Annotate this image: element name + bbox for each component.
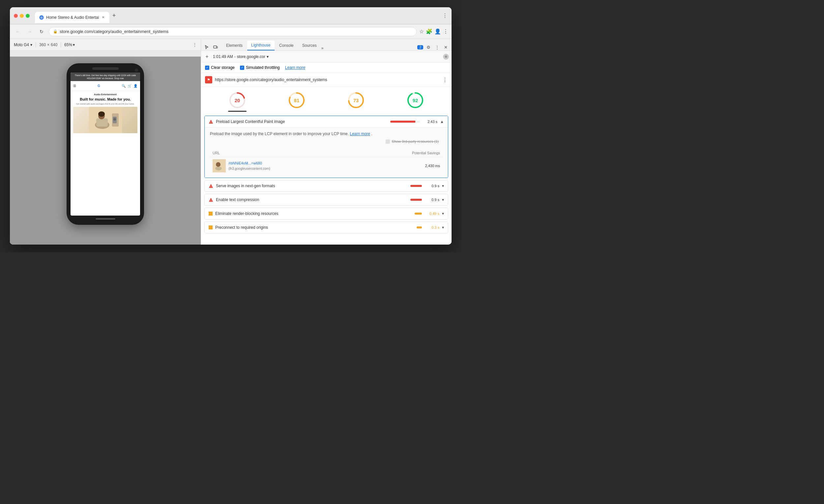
bookmark-icon[interactable]: ☆ (419, 28, 424, 34)
tab-sources[interactable]: Sources (298, 40, 321, 51)
tab-elements[interactable]: Elements (222, 40, 246, 51)
chrome-menu-icon[interactable]: ⋮ (442, 13, 447, 18)
zoom-selector[interactable]: 65% ▾ (64, 42, 75, 47)
show-3rd-party-checkbox[interactable] (386, 139, 390, 144)
devtools-left-icons (204, 44, 219, 51)
session-time: 1:01:49 AM (213, 55, 233, 59)
mobile-preview-panel: Moto G4 ▾ 360 × 640 65% ▾ ⋮ (10, 39, 201, 244)
lighthouse-toolbar: + 1:01:49 AM - store.google.cor ▾ ⊗ (201, 51, 451, 63)
device-selector[interactable]: Moto G4 ▾ (14, 42, 32, 47)
svg-text:!: ! (211, 185, 212, 188)
audit-collapse-icon[interactable]: ▾ (442, 184, 444, 188)
minimize-button[interactable] (20, 14, 24, 18)
zoom-chevron-icon: ▾ (73, 42, 75, 47)
phone-google-logo: G (96, 83, 102, 88)
phone-account-icon: 👤 (133, 84, 137, 88)
phone-mockup: There's still time. Get free two-day shi… (67, 63, 144, 225)
phone-camera (135, 69, 138, 72)
score-circles: 20 81 (201, 87, 451, 114)
title-bar: G Home Stereo & Audio Entertain... ✕ + ⋮ (10, 7, 451, 24)
svg-rect-10 (214, 46, 217, 48)
audit-expand-icon[interactable]: ▲ (440, 119, 444, 124)
audit-header-preconnect[interactable]: Preconnect to required origins 0.3 s ▾ (205, 222, 448, 233)
main-area: Moto G4 ▾ 360 × 640 65% ▾ ⋮ (10, 39, 451, 244)
audit-url-row: ⚑ https://store.google.com/category/audi… (201, 73, 451, 87)
forward-button[interactable]: → (25, 27, 34, 36)
url-bar[interactable]: 🔒 store.google.com/category/audio_entert… (49, 27, 417, 36)
audit-header-preload-lcp[interactable]: ! Preload Largest Contentful Paint image… (205, 116, 448, 127)
audit-header-next-gen[interactable]: ! Serve images in next-gen formats 0.9 s… (205, 180, 448, 192)
devtools-right-icons: 2 ⚙ ⋮ ✕ (417, 44, 449, 51)
clear-storage-label: Clear storage (211, 65, 235, 70)
profile-icon[interactable]: 👤 (434, 28, 441, 34)
responsive-icon[interactable] (212, 44, 219, 51)
audit-item-preload-lcp: ! Preload Largest Contentful Paint image… (204, 116, 448, 178)
svg-point-9 (113, 118, 116, 121)
audit-url-text: https://store.google.com/category/audio_… (215, 78, 440, 82)
audit-collapse-icon-4[interactable]: ▾ (442, 225, 444, 230)
learn-more-link[interactable]: Learn more (285, 65, 305, 70)
tab-console[interactable]: Console (275, 40, 298, 51)
close-devtools-icon[interactable]: ✕ (442, 44, 449, 51)
phone-hero-image (73, 107, 137, 133)
throttling-label: Simulated throttling (246, 65, 280, 70)
close-button[interactable] (14, 14, 18, 18)
clear-session-button[interactable]: ⊗ (443, 54, 449, 60)
url-text: store.google.com/category/audio_entertai… (60, 29, 169, 34)
audit-header-render-blocking[interactable]: Eliminate render-blocking resources 0.49… (205, 208, 448, 219)
url-cell-content: /rbNNiE4oM...=w680 (lh3.googleuserconten… (213, 159, 359, 172)
device-toolbar-more-icon[interactable]: ⋮ (193, 42, 197, 47)
svg-rect-5 (96, 118, 108, 126)
clear-storage-checkbox[interactable]: ✓ Clear storage (205, 65, 235, 70)
more-tabs-icon[interactable]: » (321, 46, 324, 51)
phone-banner: There's still time. Get free two-day shi… (71, 73, 140, 81)
new-tab-button[interactable]: + (109, 11, 119, 20)
extension-icon[interactable]: 🧩 (426, 28, 432, 34)
throttling-checkbox[interactable]: ✓ Simulated throttling (240, 65, 280, 70)
phone-home-bar (96, 218, 115, 219)
audit-time-text-compression: 0.9 s (424, 198, 439, 202)
add-session-button[interactable]: + (204, 54, 210, 60)
tab-close-icon[interactable]: ✕ (101, 15, 105, 20)
session-url-selector[interactable]: 1:01:49 AM - store.google.cor ▾ (213, 55, 440, 59)
savings-column-header: Potential Savings (362, 149, 443, 157)
audit-item-render-blocking: Eliminate render-blocking resources 0.49… (204, 208, 448, 219)
performance-score: 20 (235, 98, 240, 103)
active-tab[interactable]: G Home Stereo & Audio Entertain... ✕ (35, 12, 109, 23)
resource-url: /rbNNiE4oM...=w680 (228, 161, 270, 166)
audit-collapse-icon-3[interactable]: ▾ (442, 211, 444, 216)
active-score-indicator (228, 111, 246, 112)
audit-learn-more-link[interactable]: Learn more (350, 131, 370, 136)
best-practices-gauge: 73 (347, 91, 365, 109)
phone-content: Audio Entertainment Built for music. Mad… (71, 91, 140, 136)
device-chevron-icon: ▾ (30, 42, 32, 47)
chrome-options-icon[interactable]: ⋮ (443, 28, 448, 34)
devtools-more-icon[interactable]: ⋮ (434, 44, 440, 51)
reload-button[interactable]: ↻ (37, 27, 46, 36)
audit-item-text-compression: ! Enable text compression 0.9 s ▾ (204, 194, 448, 206)
show-3rd-party-label: Show 3rd-party resources (1) (392, 139, 439, 144)
audit-item-next-gen: ! Serve images in next-gen formats 0.9 s… (204, 180, 448, 192)
back-button[interactable]: ← (13, 27, 22, 36)
toolbar-divider-1 (35, 42, 36, 47)
ruler (10, 51, 201, 57)
audit-title-preload-lcp: Preload Largest Contentful Paint image (216, 119, 388, 124)
best-practices-score: 73 (353, 98, 359, 103)
audit-collapse-icon-2[interactable]: ▾ (442, 197, 444, 202)
maximize-button[interactable] (26, 14, 30, 18)
viewport-height: 640 (51, 42, 57, 47)
url-info: /rbNNiE4oM...=w680 (lh3.googleuserconten… (228, 161, 270, 171)
score-circle-seo[interactable]: 92 (406, 91, 424, 112)
audit-url-menu-icon[interactable]: ⋮ (442, 77, 447, 83)
settings-icon[interactable]: ⚙ (425, 44, 432, 51)
score-circle-best-practices[interactable]: 73 (347, 91, 365, 112)
score-circle-accessibility[interactable]: 81 (287, 91, 306, 112)
seo-score: 92 (413, 98, 418, 103)
viewport-dimensions: 360 × 640 (39, 42, 57, 47)
tab-lighthouse[interactable]: Lighthouse (247, 40, 275, 51)
show-3rd-party-row: Show 3rd-party resources (1) (210, 137, 443, 146)
score-circle-performance[interactable]: 20 (228, 91, 246, 112)
svg-text:!: ! (211, 199, 212, 202)
cursor-icon[interactable] (204, 44, 210, 51)
audit-header-text-compression[interactable]: ! Enable text compression 0.9 s ▾ (205, 194, 448, 205)
